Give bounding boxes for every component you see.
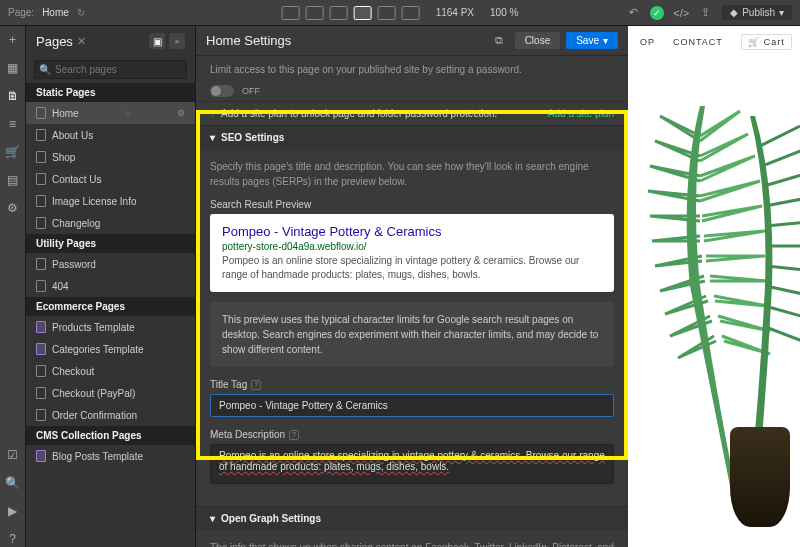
password-toggle[interactable]: [210, 85, 234, 97]
status-ok-icon[interactable]: ✓: [650, 6, 664, 20]
video-icon[interactable]: ▶: [5, 503, 21, 519]
device-mobile-icon[interactable]: [402, 6, 420, 20]
settings-title: Home Settings: [206, 33, 291, 48]
cart-label: Cart: [764, 37, 785, 47]
page-name: Home: [42, 7, 69, 18]
settings-panel-header: Home Settings ⧉ Close Save▾: [196, 26, 628, 56]
section-ecommerce-pages: Ecommerce Pages: [26, 297, 195, 316]
page-label: Shop: [52, 152, 75, 163]
audit-icon[interactable]: ☑: [5, 447, 21, 463]
meta-desc-textarea[interactable]: Pompeo is an online store specializing i…: [210, 444, 614, 484]
page-label: Blog Posts Template: [52, 451, 143, 462]
cms-icon[interactable]: ≡: [5, 116, 21, 132]
page-label: About Us: [52, 130, 93, 141]
page-icon: [36, 173, 46, 185]
cart-button[interactable]: 🛒 Cart: [741, 34, 792, 50]
page-label: 404: [52, 281, 69, 292]
page-item-about[interactable]: About Us: [26, 124, 195, 146]
settings-gear-icon[interactable]: ⚙: [5, 200, 21, 216]
section-static-pages: Static Pages: [26, 83, 195, 102]
new-folder-icon[interactable]: ▣: [149, 33, 165, 49]
vase-image: [730, 427, 790, 527]
page-label: Page:: [8, 7, 34, 18]
close-button[interactable]: Close: [515, 32, 561, 49]
page-icon: [36, 195, 46, 207]
title-tag-input[interactable]: [210, 394, 614, 417]
og-header-label: Open Graph Settings: [221, 513, 321, 524]
page-item-blog-template[interactable]: Blog Posts Template: [26, 445, 195, 467]
pages-icon[interactable]: 🗎: [5, 88, 21, 104]
design-canvas[interactable]: OP CONTACT 🛒 Cart: [628, 26, 800, 547]
help-icon[interactable]: ?: [5, 531, 21, 547]
pages-search-input[interactable]: [34, 60, 187, 79]
add-site-plan-link[interactable]: Add a site plan: [548, 108, 614, 119]
page-item-changelog[interactable]: Changelog: [26, 212, 195, 234]
code-icon[interactable]: </>: [674, 6, 688, 20]
device-tablet-icon[interactable]: [330, 6, 348, 20]
box-icon[interactable]: ▦: [5, 60, 21, 76]
seo-settings-header[interactable]: ▾ SEO Settings: [196, 126, 628, 149]
page-label: Changelog: [52, 218, 100, 229]
chevron-down-icon: ▾: [779, 7, 784, 18]
chevron-down-icon: ▾: [210, 513, 215, 524]
search-icon: 🔍: [39, 64, 51, 75]
device-tablet-portrait-icon[interactable]: [354, 6, 372, 20]
serp-desc: Pompeo is an online store specializing i…: [222, 254, 602, 282]
left-tool-rail: + ▦ 🗎 ≡ 🛒 ▤ ⚙ ☑ 🔍 ▶ ?: [0, 26, 26, 547]
device-laptop-icon[interactable]: [306, 6, 324, 20]
copy-icon[interactable]: ⧉: [495, 34, 509, 48]
page-item-order-confirmation[interactable]: Order Confirmation: [26, 404, 195, 426]
help-icon[interactable]: ?: [289, 430, 299, 440]
page-item-contact[interactable]: Contact Us: [26, 168, 195, 190]
page-item-checkout-paypal[interactable]: Checkout (PayPal): [26, 382, 195, 404]
site-nav: OP CONTACT 🛒 Cart: [628, 26, 800, 58]
search-icon[interactable]: 🔍: [5, 475, 21, 491]
ecommerce-icon[interactable]: 🛒: [5, 144, 21, 160]
page-item-products-template[interactable]: Products Template: [26, 316, 195, 338]
page-item-license[interactable]: Image License Info: [26, 190, 195, 212]
device-switcher: 1164 PX 100 %: [282, 6, 519, 20]
page-label: Categories Template: [52, 344, 144, 355]
page-icon: [36, 409, 46, 421]
og-settings-header[interactable]: ▾ Open Graph Settings: [196, 507, 628, 530]
export-icon[interactable]: ⇪: [698, 6, 712, 20]
page-label: Image License Info: [52, 196, 137, 207]
person-icon: ◆: [730, 7, 738, 18]
page-item-home[interactable]: Home⌂⚙: [26, 102, 195, 124]
device-mobile-landscape-icon[interactable]: [378, 6, 396, 20]
viewport-width: 1164 PX: [436, 7, 474, 18]
page-item-password[interactable]: Password: [26, 253, 195, 275]
assets-icon[interactable]: ▤: [5, 172, 21, 188]
page-label: Password: [52, 259, 96, 270]
serp-title: Pompeo - Vintage Pottery & Ceramics: [222, 224, 602, 239]
help-icon[interactable]: ?: [251, 380, 261, 390]
chevron-down-icon: ▾: [603, 35, 608, 46]
nav-link[interactable]: OP: [640, 37, 655, 47]
page-item-categories-template[interactable]: Categories Template: [26, 338, 195, 360]
new-page-icon[interactable]: ▫: [169, 33, 185, 49]
toggle-label: OFF: [242, 86, 260, 96]
add-icon[interactable]: +: [5, 32, 21, 48]
section-utility-pages: Utility Pages: [26, 234, 195, 253]
undo-icon[interactable]: ↶: [626, 6, 640, 20]
page-item-shop[interactable]: Shop: [26, 146, 195, 168]
device-desktop-icon[interactable]: [282, 6, 300, 20]
nav-link[interactable]: CONTACT: [673, 37, 723, 47]
page-label: Checkout (PayPal): [52, 388, 135, 399]
page-item-404[interactable]: 404: [26, 275, 195, 297]
page-label: Checkout: [52, 366, 94, 377]
page-settings-panel: Home Settings ⧉ Close Save▾ Limit access…: [196, 26, 628, 547]
page-item-checkout[interactable]: Checkout: [26, 360, 195, 382]
publish-label: Publish: [742, 7, 775, 18]
publish-button[interactable]: ◆ Publish ▾: [722, 5, 792, 20]
page-label: Contact Us: [52, 174, 101, 185]
refresh-icon[interactable]: ↻: [77, 7, 85, 18]
gear-icon[interactable]: ⚙: [177, 108, 185, 118]
save-button[interactable]: Save▾: [566, 32, 618, 49]
zoom-level: 100 %: [490, 7, 518, 18]
serp-preview: Pompeo - Vintage Pottery & Ceramics pott…: [210, 214, 614, 292]
close-icon[interactable]: ✕: [77, 35, 86, 48]
page-icon: [36, 129, 46, 141]
serp-info-box: This preview uses the typical character …: [210, 302, 614, 367]
page-breadcrumb[interactable]: Page: Home ↻: [8, 7, 85, 18]
